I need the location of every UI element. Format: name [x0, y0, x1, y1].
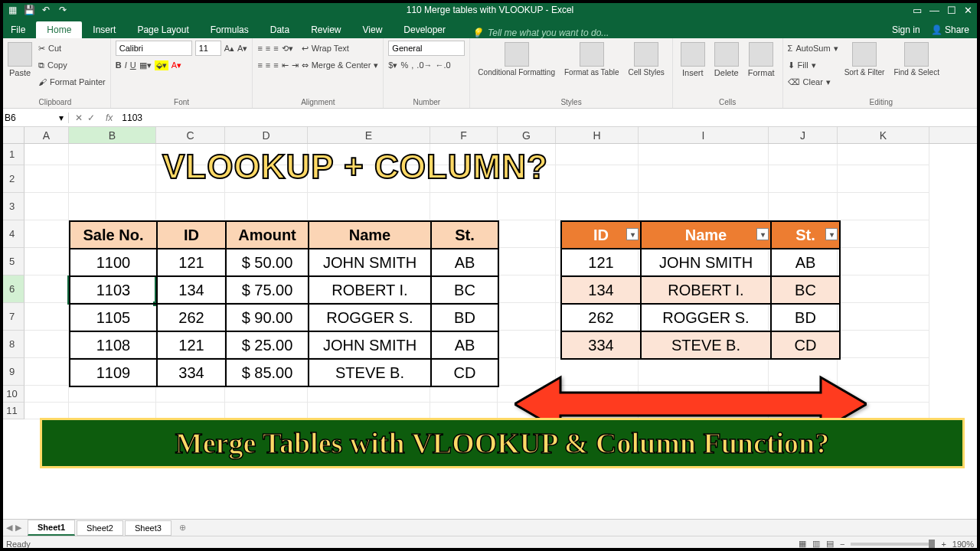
row-header-5[interactable]: 5 [0, 248, 24, 276]
view-normal-icon[interactable]: ▦ [799, 539, 806, 549]
italic-button[interactable]: I [125, 60, 127, 70]
view-pagebreak-icon[interactable]: ▤ [826, 539, 834, 549]
zoom-slider[interactable] [851, 543, 935, 546]
tab-review[interactable]: Review [300, 21, 351, 38]
zoom-out-icon[interactable]: − [840, 540, 844, 549]
number-format-select[interactable] [388, 41, 465, 56]
column-header-I[interactable]: I [639, 127, 769, 143]
sort-filter-button[interactable]: Sort & Filter [841, 41, 888, 78]
tab-home[interactable]: Home [36, 21, 82, 38]
wrap-text-button[interactable]: ↩ Wrap Text [302, 41, 379, 56]
column-header-G[interactable]: G [498, 127, 556, 143]
sign-in-link[interactable]: Sign in [892, 24, 920, 35]
ribbon-options-icon[interactable]: ▭ [913, 5, 922, 16]
filter-icon[interactable]: ▾ [626, 228, 639, 240]
close-icon[interactable]: ✕ [964, 5, 972, 16]
view-layout-icon[interactable]: ▥ [812, 539, 820, 549]
merge-center-button[interactable]: ⇔ Merge & Center ▾ [302, 57, 379, 73]
bold-button[interactable]: B [116, 60, 122, 70]
row-header-8[interactable]: 8 [0, 331, 24, 358]
decrease-decimal-icon[interactable]: ←.0 [436, 60, 451, 70]
fill-color-icon[interactable]: ⬙▾ [155, 60, 168, 70]
font-size-input[interactable] [195, 41, 221, 56]
comma-icon[interactable]: , [411, 60, 413, 70]
column-header-C[interactable]: C [156, 127, 225, 143]
sheet-tab-1[interactable]: Sheet1 [28, 520, 75, 536]
tab-developer[interactable]: Developer [393, 21, 456, 38]
enter-formula-icon[interactable]: ✓ [87, 112, 95, 123]
column-header-B[interactable]: B [69, 127, 156, 143]
undo-icon[interactable]: ↶ [40, 4, 52, 16]
align-top-icon[interactable]: ≡ [257, 44, 262, 53]
cancel-formula-icon[interactable]: ✕ [75, 112, 83, 123]
tab-page-layout[interactable]: Page Layout [126, 21, 199, 38]
sheet-tab-2[interactable]: Sheet2 [77, 520, 123, 536]
decrease-font-icon[interactable]: A▾ [237, 44, 247, 54]
increase-decimal-icon[interactable]: .0→ [416, 60, 432, 70]
increase-indent-icon[interactable]: ⇥ [292, 60, 299, 70]
row-header-4[interactable]: 4 [0, 220, 24, 248]
font-name-input[interactable] [116, 41, 192, 56]
row-header-3[interactable]: 3 [0, 193, 24, 220]
currency-icon[interactable]: $▾ [388, 60, 397, 70]
underline-button[interactable]: U [130, 60, 136, 70]
column-header-K[interactable]: K [838, 127, 929, 143]
prev-sheet-icon[interactable]: ◀ [6, 523, 12, 533]
column-header-J[interactable]: J [769, 127, 838, 143]
decrease-indent-icon[interactable]: ⇤ [282, 60, 289, 70]
align-bottom-icon[interactable]: ≡ [273, 44, 278, 53]
row-header-9[interactable]: 9 [0, 358, 24, 386]
format-as-table-button[interactable]: Format as Table [561, 41, 622, 78]
worksheet-grid[interactable]: ABCDEFGHIJK 1234567891011 VLOOKUP + COLU… [0, 127, 980, 514]
tab-formulas[interactable]: Formulas [200, 21, 260, 38]
new-sheet-button[interactable]: ⊕ [173, 520, 192, 535]
orientation-icon[interactable]: ⟲▾ [282, 44, 293, 54]
insert-cells-button[interactable]: Insert [678, 41, 708, 79]
select-all-corner[interactable] [0, 127, 24, 143]
row-header-11[interactable]: 11 [0, 403, 24, 419]
row-header-6[interactable]: 6 [0, 276, 24, 303]
share-button[interactable]: 👤 Share [931, 24, 969, 35]
increase-font-icon[interactable]: A▴ [224, 44, 234, 54]
tell-me[interactable]: 💡Tell me what you want to do... [456, 28, 892, 38]
column-header-E[interactable]: E [308, 127, 430, 143]
cell-styles-button[interactable]: Cell Styles [625, 41, 667, 78]
column-header-H[interactable]: H [556, 127, 639, 143]
font-color-icon[interactable]: A▾ [172, 60, 181, 70]
zoom-in-icon[interactable]: + [941, 540, 946, 549]
column-header-F[interactable]: F [430, 127, 498, 143]
conditional-formatting-button[interactable]: Conditional Formatting [475, 41, 558, 78]
delete-cells-button[interactable]: Delete [711, 41, 742, 79]
filter-icon[interactable]: ▾ [756, 228, 769, 240]
tab-file[interactable]: File [0, 21, 36, 38]
row-header-7[interactable]: 7 [0, 303, 24, 331]
copy-button[interactable]: ⧉ Copy [38, 57, 106, 73]
align-middle-icon[interactable]: ≡ [266, 44, 270, 53]
sheet-tab-3[interactable]: Sheet3 [125, 520, 172, 536]
tab-data[interactable]: Data [260, 21, 300, 38]
minimize-icon[interactable]: — [929, 5, 939, 16]
percent-icon[interactable]: % [400, 60, 408, 70]
tab-insert[interactable]: Insert [82, 21, 126, 38]
formula-input[interactable]: 1103 [117, 112, 980, 123]
next-sheet-icon[interactable]: ▶ [15, 523, 21, 533]
filter-icon[interactable]: ▾ [825, 228, 838, 240]
column-header-D[interactable]: D [225, 127, 308, 143]
cut-button[interactable]: ✂ Cut [38, 41, 106, 56]
align-left-icon[interactable]: ≡ [257, 60, 262, 70]
maximize-icon[interactable]: ☐ [947, 5, 956, 16]
find-select-button[interactable]: Find & Select [890, 41, 942, 78]
clear-button[interactable]: ⌫ Clear ▾ [788, 74, 838, 90]
align-center-icon[interactable]: ≡ [266, 60, 270, 70]
row-header-2[interactable]: 2 [0, 165, 24, 193]
border-icon[interactable]: ▦▾ [139, 60, 152, 70]
save-icon[interactable]: 💾 [23, 4, 35, 16]
paste-button[interactable]: Paste [5, 41, 35, 79]
autosum-button[interactable]: Σ AutoSum ▾ [788, 41, 838, 56]
fill-button[interactable]: ⬇ Fill ▾ [788, 57, 838, 73]
row-header-1[interactable]: 1 [0, 144, 24, 165]
tab-view[interactable]: View [352, 21, 394, 38]
zoom-level[interactable]: 190% [952, 540, 974, 549]
row-header-10[interactable]: 10 [0, 386, 24, 403]
fx-icon[interactable]: fx [101, 112, 117, 123]
